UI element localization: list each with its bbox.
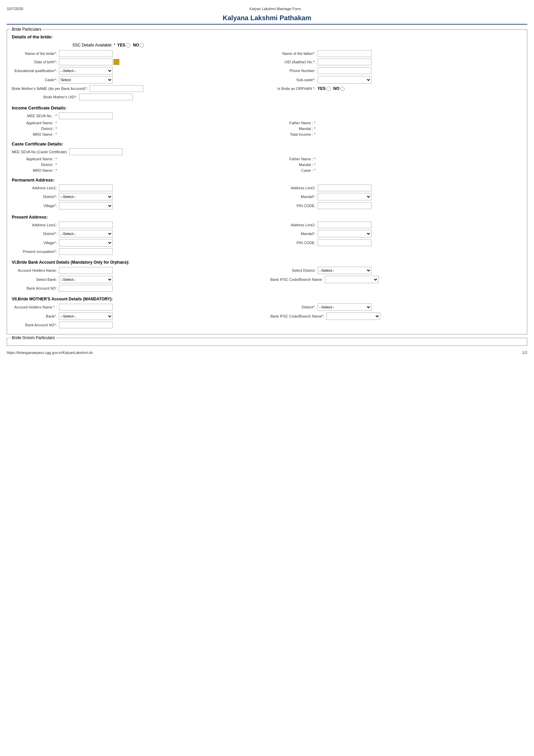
- perm-addr2-col: Address Line2:: [271, 185, 523, 191]
- main-title: Kalyana Lakshmi Pathakam: [7, 14, 527, 25]
- perm-pin-label: PIN CODE:: [271, 204, 318, 208]
- orphan-yes-radio[interactable]: [326, 87, 331, 91]
- mro2-caste2-row: MRO Name : * Caste : *: [12, 168, 522, 174]
- pres-mandal-label: Mandal*:: [271, 232, 318, 236]
- edu-select[interactable]: --Select--: [59, 67, 113, 74]
- pres-pin-col: PIN CODE:: [271, 239, 523, 246]
- perm-district-select[interactable]: --Select--: [59, 193, 113, 200]
- bride-name-label: Name of the bride*:: [12, 52, 59, 56]
- uid-input[interactable]: [318, 59, 371, 65]
- perm-village-select[interactable]: [59, 202, 113, 209]
- mother-acct-no-input[interactable]: [59, 322, 113, 328]
- pres-district-select[interactable]: --Select--: [59, 230, 113, 237]
- mro-col: MRO Name : *: [12, 132, 264, 136]
- bride-bank-section: VI.Bride Bank Account Details (Mandatory…: [12, 260, 522, 293]
- income-cert-heading: Income Certificate Details:: [12, 105, 522, 110]
- no-label: NO: [133, 43, 139, 47]
- dob-input[interactable]: [59, 59, 113, 65]
- mother-district-select[interactable]: --Select--: [318, 303, 371, 311]
- edu-label: Educational qualification*:: [12, 69, 59, 73]
- present-occ-input[interactable]: [59, 248, 113, 255]
- perm-addr2-input[interactable]: [318, 185, 371, 191]
- bride-ifsc-label: Bank IFSC Code/Branch Name:: [271, 277, 325, 282]
- caste-select[interactable]: Select: [59, 76, 113, 84]
- perm-district-col: District*: --Select--: [12, 193, 264, 200]
- details-heading: Details of the bride:: [12, 34, 522, 39]
- district2-mandal2-row: District : * Mandal : *: [12, 163, 522, 168]
- pres-addr1-input[interactable]: [59, 222, 113, 228]
- mother-bank-select[interactable]: --Select--: [59, 313, 113, 320]
- mother-bank-section: VII.Bride MOTHER'S Account Details (MAND…: [12, 297, 522, 330]
- district-label: District : *: [12, 127, 59, 131]
- mee-seva-caste-input[interactable]: [69, 149, 123, 155]
- mother-bank-label: Bank*:: [12, 314, 59, 318]
- present-occ-row: Present occupation*:: [12, 248, 522, 257]
- uid-col: UID (Aadhar) No.*:: [271, 59, 523, 65]
- pres-village-select[interactable]: [59, 239, 113, 246]
- bride-bank-label: Select Bank:: [12, 277, 59, 282]
- pres-pin-input[interactable]: [318, 239, 371, 246]
- mother-acct-holder-input[interactable]: [59, 304, 113, 310]
- phone-input[interactable]: [318, 67, 371, 74]
- mee-seva-row: MEE SEVA No. : *: [12, 112, 522, 121]
- uid-label: UID (Aadhar) No.*:: [271, 60, 318, 64]
- perm-mandal-select[interactable]: [318, 193, 371, 200]
- perm-addr1-input[interactable]: [59, 185, 113, 191]
- yes-label: YES: [117, 43, 125, 47]
- mother-district-label: District*:: [271, 305, 318, 309]
- mother-name-label: Bride Mother's NAME (As per Bank Account…: [12, 87, 90, 91]
- applicant2-father3-row: Applicant Name : * Father Name : *: [12, 157, 522, 163]
- edu-col: Educational qualification*: --Select--: [12, 67, 264, 74]
- pres-addr2-input[interactable]: [318, 222, 371, 228]
- mee-seva-input[interactable]: [59, 112, 113, 119]
- bride-acct-no-input[interactable]: [59, 285, 113, 292]
- groom-section-legend: Bride Groom Particulars: [10, 335, 56, 340]
- calendar-icon[interactable]: [113, 59, 119, 65]
- bride-district-select[interactable]: --Select--: [318, 267, 371, 274]
- orphan-no-radio[interactable]: [340, 87, 345, 91]
- footer: https://telanganaepass.cgg.gov.in/Kalyan…: [7, 351, 527, 355]
- bride-section-legend: Bride Particulars: [10, 27, 43, 32]
- pres-pin-label: PIN CODE:: [271, 241, 318, 245]
- footer-url: https://telanganaepass.cgg.gov.in/Kalyan…: [7, 351, 93, 355]
- subcaste-label: Sub-caste*:: [271, 78, 318, 82]
- mother-ifsc-select[interactable]: [326, 313, 380, 320]
- perm-pin-col: PIN CODE:: [271, 202, 523, 209]
- mother-acct-no-row: Bank Account NO*:: [12, 322, 522, 330]
- pres-addr2-col: Address Line2:: [271, 222, 523, 228]
- bride-acct-holder-label: Account Holders Name:: [12, 268, 59, 272]
- pres-addr1-label: Address Line1:: [12, 223, 59, 227]
- father-name-input[interactable]: [318, 50, 371, 57]
- father3-col: Father Name : *: [271, 157, 523, 161]
- pres-addr2-label: Address Line2:: [271, 223, 318, 227]
- mee-seva-caste-label: MEE SEVA No.(Caste Certificate): [12, 150, 69, 154]
- pres-mandal-select[interactable]: [318, 230, 371, 237]
- bride-name-col: Name of the bride*:: [12, 50, 264, 57]
- caste-label: Caste*:: [12, 78, 59, 82]
- mother-acct-holder-label: Account Holders Name * :: [12, 305, 59, 309]
- perm-mandal-col: Mandal*:: [271, 193, 523, 200]
- ssc-no-radio[interactable]: [140, 43, 144, 47]
- bride-name-input[interactable]: [59, 50, 113, 57]
- groom-section: Bride Groom Particulars: [7, 338, 527, 346]
- orphan-yes-text: YES: [318, 86, 326, 91]
- bride-bank-ifsc-row: Select Bank: --Select-- Bank IFSC Code/B…: [12, 276, 522, 285]
- mother-acct-no-col: Bank Account NO*:: [12, 322, 522, 328]
- pres-mandal-col: Mandal*:: [271, 230, 523, 237]
- pres-village-pin-row: Village*: PIN CODE:: [12, 239, 522, 248]
- bride-ifsc-select[interactable]: [325, 276, 379, 283]
- subcaste-select[interactable]: [318, 76, 371, 84]
- mother-name-input[interactable]: [90, 85, 143, 92]
- perm-mandal-label: Mandal*:: [271, 195, 318, 199]
- page-header: 10/7/2020 Kalyan Lakshmi Marriage Form: [7, 7, 527, 11]
- bride-acct-holder-input[interactable]: [59, 267, 113, 274]
- ssc-yes-radio[interactable]: [126, 43, 130, 47]
- perm-pin-input[interactable]: [318, 202, 371, 209]
- bride-bank-select[interactable]: --Select--: [59, 276, 113, 283]
- present-occ-label: Present occupation*:: [12, 250, 59, 254]
- mother-uid-input[interactable]: [79, 94, 133, 100]
- ssc-label: SSC Details Available: *: [72, 43, 115, 47]
- pres-district-col: District*: --Select--: [12, 230, 264, 237]
- mee-seva-col: MEE SEVA No. : *: [12, 112, 522, 119]
- mother-ifsc-label: Bank IFSC Code/Branch Name*:: [271, 314, 326, 318]
